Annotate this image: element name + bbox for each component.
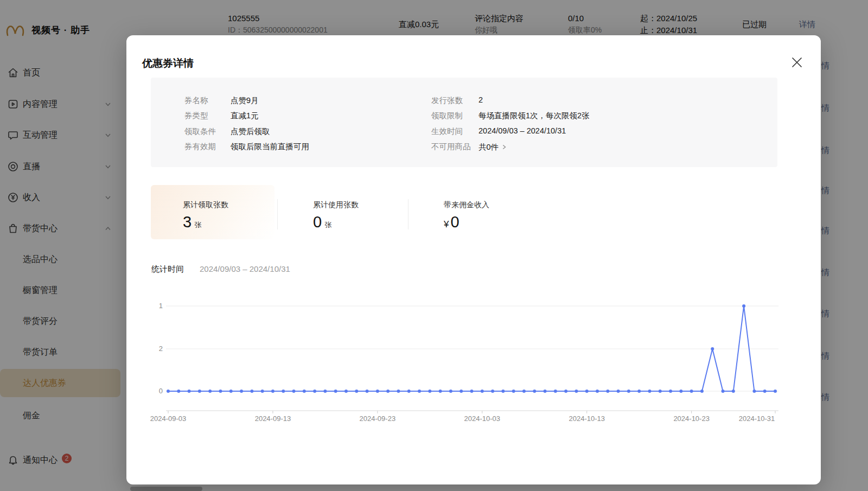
claims-line-chart: 0212024-09-032024-09-132024-09-232024-10… (146, 293, 787, 429)
y-tick-label: 0 (159, 387, 163, 395)
data-point (198, 390, 201, 393)
x-tick-label: 2024-09-23 (360, 415, 396, 423)
data-point (240, 390, 243, 393)
field-label: 券名称 (184, 95, 231, 106)
field-value: 2 (478, 95, 483, 106)
data-point (669, 390, 672, 393)
data-point (323, 390, 327, 393)
data-point (449, 390, 452, 393)
data-point (250, 390, 253, 393)
field-label: 券有效期 (184, 142, 231, 152)
data-point (659, 390, 662, 393)
stat-label: 累计使用张数 (313, 200, 359, 210)
data-point (376, 390, 379, 393)
data-point (177, 390, 180, 393)
screen: 视频号 · 助手 首页 内容管理 (0, 0, 868, 491)
data-point (575, 390, 578, 393)
data-point (355, 390, 358, 393)
data-point (303, 390, 306, 393)
chevron-right-icon (501, 144, 507, 150)
data-point (439, 390, 442, 393)
data-point (554, 390, 557, 393)
data-point (366, 390, 369, 393)
stat-number: 0 (450, 213, 459, 231)
field-value: 每场直播限领1次，每次限领2张 (478, 111, 590, 122)
x-tick-label: 2024-09-03 (150, 415, 187, 423)
data-point (732, 390, 735, 393)
data-point (617, 390, 620, 393)
stat-card-claimed (151, 185, 275, 239)
currency-symbol: ¥ (444, 219, 449, 229)
data-point (491, 390, 494, 393)
data-point (261, 390, 264, 393)
stat-divider (408, 199, 409, 229)
data-point (219, 390, 222, 393)
data-point (397, 390, 400, 393)
data-point (648, 390, 651, 393)
data-point (774, 390, 777, 393)
data-point (700, 390, 704, 393)
data-point (606, 390, 609, 393)
stat-unit: 张 (324, 221, 331, 229)
data-point (428, 390, 431, 393)
stat-label: 累计领取张数 (183, 200, 228, 210)
stat-value: ¥0 (444, 213, 459, 231)
x-tick-label: 2024-09-13 (255, 415, 291, 423)
data-point (596, 390, 599, 393)
stat-number: 0 (313, 213, 322, 231)
data-point (334, 390, 337, 393)
data-point (544, 390, 547, 393)
data-point (344, 390, 348, 393)
stat-time-range: 2024/09/03 – 2024/10/31 (200, 264, 290, 273)
data-point (722, 390, 725, 393)
close-icon (791, 56, 803, 68)
modal-title: 优惠券详情 (142, 56, 194, 71)
data-point (512, 390, 515, 393)
x-tick-label: 2024-10-03 (464, 415, 501, 423)
stat-number: 3 (183, 213, 192, 231)
data-point (752, 390, 756, 393)
x-tick-label: 2024-10-31 (739, 415, 775, 423)
field-value: 领取后限当前直播可用 (231, 142, 309, 152)
x-tick-label: 2024-10-13 (569, 415, 605, 423)
data-point (470, 390, 474, 393)
data-point (585, 390, 589, 393)
data-point (418, 390, 421, 393)
stat-label: 带来佣金收入 (444, 200, 489, 210)
field-label: 领取条件 (184, 126, 231, 137)
close-button[interactable] (788, 54, 806, 71)
field-value: 2024/09/03 – 2024/10/31 (478, 126, 566, 137)
data-point (208, 390, 212, 393)
field-value: 点赞9月 (231, 95, 259, 106)
data-point (533, 390, 536, 393)
field-label: 券类型 (184, 111, 231, 122)
field-value: 直减1元 (231, 111, 259, 122)
data-point (282, 390, 285, 393)
data-point (459, 390, 463, 393)
coupon-detail-modal: 优惠券详情 券名称点赞9月 券类型直减1元 领取条件点赞后领取 券有效期领取后限… (126, 35, 821, 484)
y-tick-label: 1 (159, 302, 163, 310)
data-point (386, 390, 390, 393)
data-point (229, 390, 233, 393)
data-point (637, 390, 641, 393)
data-point (742, 304, 745, 308)
data-point (679, 390, 682, 393)
data-point (690, 390, 693, 393)
x-tick-label: 2024-10-23 (673, 415, 710, 423)
coupon-info-panel: 券名称点赞9月 券类型直减1元 领取条件点赞后领取 券有效期领取后限当前直播可用… (151, 78, 777, 167)
field-label: 生效时间 (431, 126, 478, 137)
data-point (167, 390, 170, 393)
field-label: 不可用商品 (431, 142, 478, 152)
data-point (407, 390, 411, 393)
data-point (481, 390, 484, 393)
data-point (711, 347, 714, 350)
stat-value: 3张 (183, 213, 201, 231)
data-point (292, 390, 296, 393)
data-point (501, 390, 505, 393)
y-tick-label: 2 (159, 345, 163, 353)
field-value: 共0件 (478, 142, 499, 152)
data-point (522, 390, 526, 393)
data-point (564, 390, 567, 393)
data-point (313, 390, 316, 393)
unavailable-goods-link[interactable]: 共0件 (478, 142, 507, 152)
